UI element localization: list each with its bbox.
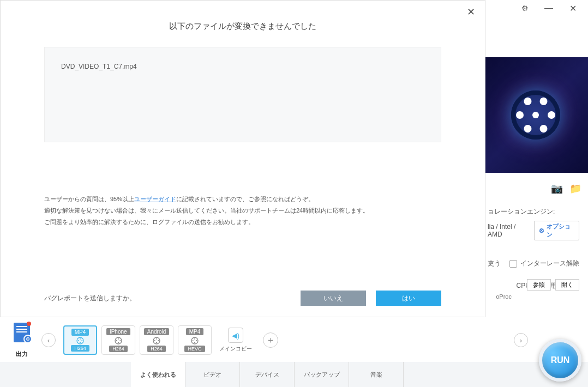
video-preview <box>483 57 588 173</box>
open-button[interactable]: 開く <box>555 279 579 291</box>
svg-point-16 <box>194 338 195 339</box>
engine-label: ョレーションエンジン: <box>488 207 555 216</box>
svg-point-18 <box>194 342 195 343</box>
add-format-button[interactable]: ＋ <box>263 332 278 348</box>
brand-fragment: oProc <box>496 293 512 300</box>
tab-2[interactable]: デバイス <box>240 362 295 387</box>
gpu-label: lia / Intel / AMD <box>488 223 530 238</box>
run-button[interactable]: RUN <box>539 339 581 382</box>
film-reel-icon <box>511 90 560 140</box>
svg-point-11 <box>156 338 157 339</box>
output-bar: ⚙ 出力 ‹ MP4H264iPhoneH264AndroidH264MP4HE… <box>0 318 588 362</box>
use-label: 吏う <box>488 259 501 268</box>
format-card-list: MP4H264iPhoneH264AndroidH264MP4HEVC <box>63 325 212 355</box>
svg-point-17 <box>196 340 197 341</box>
svg-point-9 <box>116 340 117 341</box>
format-next-button[interactable]: › <box>514 333 528 347</box>
svg-point-8 <box>118 342 119 343</box>
svg-point-19 <box>193 340 194 341</box>
bug-report-question: バグレポートを送信しますか。 <box>44 294 136 303</box>
main-copy-label: メインコピー <box>219 345 252 353</box>
error-modal: ✕ 以下のファイルが変換できませんでした DVD_VIDEO_T1_C7.mp4… <box>0 0 485 317</box>
svg-point-12 <box>158 340 159 341</box>
help-text: ユーザーからの質問は、95%以上ユーザーガイドに記載されていますので、ご参照にな… <box>44 194 441 228</box>
gear-icon: ⚙ <box>539 227 544 234</box>
svg-point-4 <box>78 340 79 341</box>
close-window-icon[interactable]: ✕ <box>563 0 583 16</box>
tab-4[interactable]: 音楽 <box>349 362 404 387</box>
svg-point-6 <box>118 338 119 339</box>
minimize-icon[interactable]: — <box>539 0 559 16</box>
film-icon <box>114 336 123 345</box>
svg-point-1 <box>80 338 81 339</box>
format-card-android-h264[interactable]: AndroidH264 <box>140 325 173 355</box>
svg-point-14 <box>154 340 155 341</box>
modal-title: 以下のファイルが変換できませんでした <box>1 21 485 32</box>
settings-icon[interactable]: ⚙ <box>515 0 535 16</box>
format-card-iphone-h264[interactable]: iPhoneH264 <box>101 325 135 355</box>
deinterlace-label: インターレース解除 <box>520 259 579 268</box>
main-copy-icon[interactable]: ◀) <box>228 328 243 343</box>
browse-button[interactable]: 参照 <box>527 279 551 291</box>
tab-1[interactable]: ビデオ <box>185 362 240 387</box>
svg-point-7 <box>119 340 121 341</box>
deinterlace-checkbox[interactable] <box>509 260 517 268</box>
user-guide-link[interactable]: ユーザーガイド <box>134 196 176 202</box>
option-button[interactable]: ⚙オプション <box>534 221 579 240</box>
format-card-mp4-hevc[interactable]: MP4HEVC <box>178 325 212 355</box>
tab-3[interactable]: バックアップ <box>295 362 349 387</box>
svg-point-3 <box>80 342 81 343</box>
failed-files-box: DVD_VIDEO_T1_C7.mp4 <box>44 47 441 142</box>
output-label: 出力 <box>16 350 28 358</box>
output-settings-icon[interactable]: ⚙ <box>10 323 34 347</box>
svg-point-13 <box>156 342 157 343</box>
modal-close-button[interactable]: ✕ <box>463 4 479 20</box>
category-tabs: よく使われるビデオデバイスバックアップ音楽 <box>0 362 588 387</box>
film-icon <box>152 336 161 345</box>
film-icon <box>190 336 199 345</box>
window-titlebar: ⚙ — ✕ <box>509 0 588 16</box>
no-button[interactable]: いいえ <box>301 291 366 306</box>
preview-tools: 📷 📁 <box>551 183 581 195</box>
yes-button[interactable]: はい <box>376 291 441 306</box>
snapshot-icon[interactable]: 📷 <box>551 183 563 195</box>
tab-0[interactable]: よく使われる <box>131 362 185 387</box>
failed-file-name: DVD_VIDEO_T1_C7.mp4 <box>61 63 424 70</box>
folder-icon[interactable]: 📁 <box>569 183 581 195</box>
film-icon <box>76 336 85 345</box>
format-card-mp4-h264[interactable]: MP4H264 <box>63 325 97 355</box>
format-prev-button[interactable]: ‹ <box>41 333 56 347</box>
svg-point-2 <box>81 340 82 341</box>
